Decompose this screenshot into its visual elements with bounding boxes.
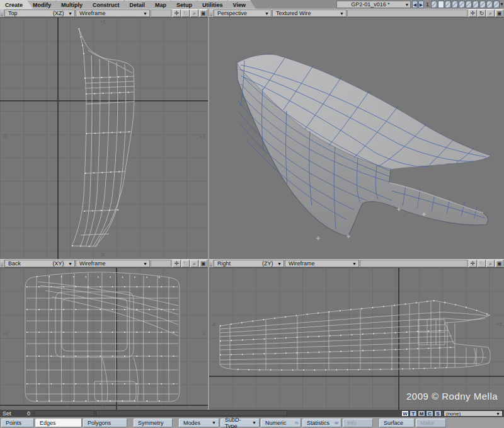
viewport-top: Top (XZ) ▼ Wireframe ▼ ✛ ↻ ⌕ ▣ +Z -Z -X … <box>0 9 208 259</box>
layer-slot-9[interactable] <box>486 1 493 8</box>
chevron-down-icon: ▼ <box>277 262 282 266</box>
chevron-down-icon: ▼ <box>252 420 256 425</box>
chevron-down-icon: ▼ <box>143 262 147 266</box>
view-type-selector[interactable]: Perspective ▼ <box>214 9 272 17</box>
status-bar: Set 0 W T M C S (none) ▼ <box>0 410 504 417</box>
object-file-dropdown[interactable]: GP2-01_v016 * ▼ <box>336 1 411 8</box>
info-button[interactable]: Info <box>343 419 373 427</box>
statistics-button[interactable]: Statisticsw <box>302 419 341 427</box>
maximize-icon[interactable]: ▣ <box>495 9 503 17</box>
layer-slot-1[interactable] <box>431 1 437 8</box>
viewport-back: Back (XY) ▼ Wireframe ▼ ✛ ↻ ⌕ ▣ +X -X -Y <box>0 259 208 410</box>
modes-dropdown[interactable]: Modes▼ <box>179 419 219 427</box>
wireframe-back-view <box>0 268 208 410</box>
rotate-icon[interactable]: ↻ <box>181 9 190 17</box>
viewport-top-canvas[interactable]: +Z -Z -X +X <box>0 18 208 259</box>
view-type-selector[interactable]: Right (ZY) ▼ <box>214 260 284 267</box>
polygons-button[interactable]: Polygons <box>83 419 127 427</box>
drag-handle-icon[interactable] <box>210 260 212 267</box>
pan-icon[interactable]: ✛ <box>469 260 477 267</box>
chevron-down-icon: ▼ <box>68 11 72 16</box>
zoom-icon[interactable]: ⌕ <box>486 260 495 267</box>
tab-view[interactable]: View <box>228 0 256 9</box>
layer-next-button[interactable]: ▶ <box>418 1 424 8</box>
view-type-selector[interactable]: Back (XY) ▼ <box>4 260 75 267</box>
chevron-down-icon: ▼ <box>265 11 269 16</box>
chevron-down-icon: ▼ <box>340 11 344 16</box>
zoom-icon[interactable]: ⌕ <box>190 9 198 17</box>
drag-handle-icon[interactable] <box>210 10 212 16</box>
rotate-icon[interactable]: ↻ <box>478 9 486 17</box>
viewport-back-canvas[interactable]: +X -X -Y <box>0 268 208 410</box>
maximize-icon[interactable]: ▣ <box>199 260 207 267</box>
viewport-perspective: Perspective ▼ Textured Wire ▼ ✛ ↻ ⌕ ▣ <box>209 9 504 259</box>
layer-options-dropdown-icon[interactable]: ▼ <box>500 1 504 8</box>
vmap-color-button[interactable]: C <box>426 410 433 417</box>
render-mode-selector[interactable]: Wireframe ▼ <box>285 260 359 267</box>
points-button[interactable]: Points <box>1 419 34 427</box>
make-button[interactable]: Make <box>416 419 446 427</box>
layer-slot-4[interactable] <box>452 1 458 8</box>
tab-multiply[interactable]: Multiply <box>56 0 93 9</box>
render-mode-selector[interactable]: Textured Wire ▼ <box>272 9 346 17</box>
vmap-dropdown[interactable]: (none) ▼ <box>444 410 503 417</box>
pan-icon[interactable]: ✛ <box>173 9 181 17</box>
layer-slot-7[interactable] <box>472 1 479 8</box>
rotate-icon[interactable]: ↻ <box>181 260 190 267</box>
zoom-icon[interactable]: ⌕ <box>486 9 495 17</box>
layer-slot-8[interactable] <box>479 1 486 8</box>
status-field <box>96 410 287 416</box>
numeric-button[interactable]: Numericn <box>261 419 301 427</box>
layer-slot-2[interactable] <box>438 1 444 8</box>
subd-type-dropdown[interactable]: SubD-Type▼ <box>220 419 260 427</box>
drag-handle-icon[interactable] <box>1 260 3 267</box>
chevron-down-icon: ▼ <box>352 262 357 266</box>
pan-icon[interactable]: ✛ <box>173 260 181 267</box>
viewport-top-header: Top (XZ) ▼ Wireframe ▼ ✛ ↻ ⌕ ▣ <box>0 9 208 18</box>
render-mode-selector[interactable]: Wireframe ▼ <box>76 9 150 17</box>
layer-slot-5[interactable] <box>459 1 465 8</box>
viewport-perspective-header: Perspective ▼ Textured Wire ▼ ✛ ↻ ⌕ ▣ <box>209 9 504 18</box>
symmetry-button[interactable]: Symmetry <box>134 419 173 427</box>
chevron-down-icon: ▼ <box>68 262 72 266</box>
tab-modify[interactable]: Modify <box>28 0 61 9</box>
shaded-model-perspective <box>209 18 504 259</box>
zoom-icon[interactable]: ⌕ <box>190 260 198 267</box>
layer-slot-6[interactable] <box>466 1 472 8</box>
tab-construct[interactable]: Construct <box>88 0 130 9</box>
pan-icon[interactable]: ✛ <box>469 9 477 17</box>
drag-handle-icon[interactable] <box>1 10 3 16</box>
view-type-selector[interactable]: Top (XZ) ▼ <box>4 9 75 17</box>
layer-slot-10[interactable] <box>493 1 500 8</box>
vmap-texture-button[interactable]: T <box>410 410 417 417</box>
tab-utilities[interactable]: Utilities <box>197 0 233 9</box>
render-mode-selector[interactable]: Wireframe ▼ <box>76 260 150 267</box>
set-label: Set <box>3 410 11 417</box>
vmap-selection-button[interactable]: S <box>434 410 442 417</box>
set-value: 0 <box>19 410 30 417</box>
status-field <box>34 410 94 416</box>
chevron-down-icon: ▼ <box>496 412 500 416</box>
viewport-perspective-canvas[interactable] <box>209 18 504 259</box>
layer-bank-label: 1 <box>426 1 429 8</box>
maximize-icon[interactable]: ▣ <box>199 9 207 17</box>
tab-create[interactable]: Create <box>0 0 33 9</box>
object-file-name: GP2-01_v016 * <box>337 1 404 8</box>
maximize-icon[interactable]: ▣ <box>495 260 503 267</box>
vmap-weight-button[interactable]: W <box>401 410 409 417</box>
edges-button[interactable]: Edges <box>35 419 82 427</box>
viewport-right: Right (ZY) ▼ Wireframe ▼ ✛ ↻ ⌕ ▣ -Z +Z <box>209 259 504 410</box>
surface-button[interactable]: Surface <box>379 419 415 427</box>
rotate-icon[interactable]: ↻ <box>478 260 486 267</box>
vmap-morph-button[interactable]: M <box>418 410 425 417</box>
chevron-down-icon: ▼ <box>212 420 216 425</box>
chevron-down-icon: ▼ <box>143 11 147 16</box>
viewport-right-header: Right (ZY) ▼ Wireframe ▼ ✛ ↻ ⌕ ▣ <box>209 259 504 268</box>
viewport-back-header: Back (XY) ▼ Wireframe ▼ ✛ ↻ ⌕ ▣ <box>0 259 208 268</box>
layer-slot-3[interactable] <box>445 1 451 8</box>
layer-bank <box>431 1 500 8</box>
viewport-right-canvas[interactable]: -Z +Z <box>209 268 504 410</box>
layer-prev-button[interactable]: ◀ <box>412 1 418 8</box>
selection-toolbar: Points Edges Polygons Symmetry Modes▼ Su… <box>0 417 504 428</box>
wireframe-right-view <box>209 268 504 410</box>
